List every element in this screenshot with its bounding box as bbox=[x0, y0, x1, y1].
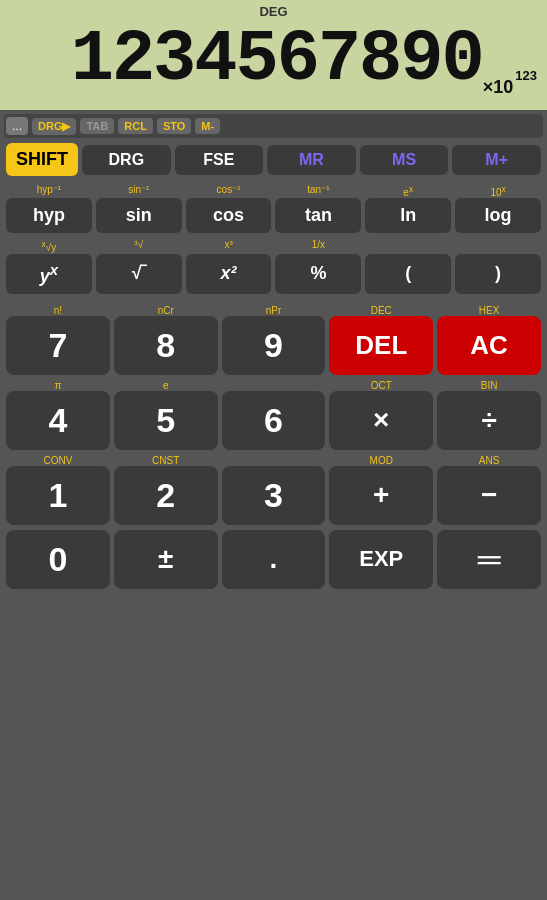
mod-label: MOD bbox=[329, 453, 433, 466]
del-button[interactable]: DEL bbox=[329, 316, 433, 375]
four-button[interactable]: 4 bbox=[6, 391, 110, 450]
shift-button[interactable]: SHIFT bbox=[6, 143, 78, 176]
trig-button-row: hyp sin cos tan ln log bbox=[4, 198, 543, 233]
hex-label: HEX bbox=[437, 303, 541, 316]
row1-label-row: n! nCr nPr DEC HEX bbox=[4, 302, 543, 316]
menu-button[interactable]: ... bbox=[6, 117, 28, 135]
plusminus-button[interactable]: ± bbox=[114, 530, 218, 589]
five-button[interactable]: 5 bbox=[114, 391, 218, 450]
cnst-label: CNST bbox=[114, 453, 218, 466]
row3-label-row: CONV CNST MOD ANS bbox=[4, 452, 543, 466]
xcubed-label: x³ bbox=[186, 237, 272, 253]
ac-button[interactable]: AC bbox=[437, 316, 541, 375]
open-paren-label bbox=[365, 237, 451, 253]
reciprocal-label: 1/x bbox=[275, 237, 361, 253]
close-paren-button[interactable]: ) bbox=[455, 254, 541, 294]
one-button[interactable]: 1 bbox=[6, 466, 110, 525]
tan-button[interactable]: tan bbox=[275, 198, 361, 233]
calculator-body: ... DRG▶ TAB RCL STO M- SHIFT DRG FSE MR… bbox=[0, 110, 547, 900]
cuberoot-label: ³√ bbox=[96, 237, 182, 253]
multiply-button[interactable]: × bbox=[329, 391, 433, 450]
cos-inv-label: cos⁻¹ bbox=[186, 182, 272, 198]
exp-power: 123 bbox=[515, 68, 537, 83]
minus-button[interactable]: − bbox=[437, 466, 541, 525]
exp-button[interactable]: EXP bbox=[329, 530, 433, 589]
fse-button[interactable]: FSE bbox=[175, 145, 264, 175]
pi-label: π bbox=[6, 378, 110, 391]
drg-mode-button[interactable]: DRG▶ bbox=[32, 118, 76, 135]
nine-button[interactable]: 9 bbox=[222, 316, 326, 375]
sin-button[interactable]: sin bbox=[96, 198, 182, 233]
numpad-row3: 1 2 3 + − bbox=[4, 466, 543, 525]
zero-button[interactable]: 0 bbox=[6, 530, 110, 589]
exp-notation: ×10 bbox=[483, 78, 514, 96]
n-fact-label: n! bbox=[6, 303, 110, 316]
three-button[interactable]: 3 bbox=[222, 466, 326, 525]
angle-mode-label: DEG bbox=[259, 4, 287, 19]
ex-label: ex bbox=[365, 182, 451, 198]
top-bar: ... DRG▶ TAB RCL STO M- bbox=[4, 114, 543, 138]
empty-label-2 bbox=[222, 453, 326, 466]
hyp-inv-label: hyp⁻¹ bbox=[6, 182, 92, 198]
empty-label-1 bbox=[222, 378, 326, 391]
six-button[interactable]: 6 bbox=[222, 391, 326, 450]
numpad-row2: 4 5 6 × ÷ bbox=[4, 391, 543, 450]
main-display-number: 1234567890 bbox=[71, 24, 483, 96]
close-paren-label bbox=[455, 237, 541, 253]
e-label: e bbox=[114, 378, 218, 391]
calculator-display: DEG 1234567890 ×10 123 bbox=[0, 0, 547, 110]
conv-label: CONV bbox=[6, 453, 110, 466]
m-minus-button[interactable]: M- bbox=[195, 118, 220, 134]
eight-button[interactable]: 8 bbox=[114, 316, 218, 375]
tan-inv-label: tan⁻¹ bbox=[275, 182, 361, 198]
mr-button[interactable]: MR bbox=[267, 145, 356, 175]
yx-button[interactable]: yx bbox=[6, 254, 92, 294]
numpad-row4: 0 ± . EXP ═ bbox=[4, 530, 543, 589]
log-button[interactable]: log bbox=[455, 198, 541, 233]
rcl-button[interactable]: RCL bbox=[118, 118, 153, 134]
percent-button[interactable]: % bbox=[275, 254, 361, 294]
cos-button[interactable]: cos bbox=[186, 198, 272, 233]
plus-button[interactable]: + bbox=[329, 466, 433, 525]
xsquared-button[interactable]: x² bbox=[186, 254, 272, 294]
bin-label: BIN bbox=[437, 378, 541, 391]
two-button[interactable]: 2 bbox=[114, 466, 218, 525]
divide-button[interactable]: ÷ bbox=[437, 391, 541, 450]
drg-button[interactable]: DRG bbox=[82, 145, 171, 175]
ms-button[interactable]: MS bbox=[360, 145, 449, 175]
open-paren-button[interactable]: ( bbox=[365, 254, 451, 294]
ncr-label: nCr bbox=[114, 303, 218, 316]
power-button-row: yx √‾ x² % ( ) bbox=[4, 254, 543, 294]
dec-label: DEC bbox=[329, 303, 433, 316]
trig-label-row: hyp⁻¹ sin⁻¹ cos⁻¹ tan⁻¹ ex 10x bbox=[4, 181, 543, 198]
tab-button[interactable]: TAB bbox=[80, 118, 114, 134]
sqrt-button[interactable]: √‾ bbox=[96, 254, 182, 294]
xrooty-label: x√y bbox=[6, 237, 92, 253]
npr-label: nPr bbox=[222, 303, 326, 316]
power-label-row: x√y ³√ x³ 1/x bbox=[4, 236, 543, 253]
oct-label: OCT bbox=[329, 378, 433, 391]
hyp-button[interactable]: hyp bbox=[6, 198, 92, 233]
ans-label: ANS bbox=[437, 453, 541, 466]
seven-button[interactable]: 7 bbox=[6, 316, 110, 375]
m-plus-button[interactable]: M+ bbox=[452, 145, 541, 175]
sin-inv-label: sin⁻¹ bbox=[96, 182, 182, 198]
shift-row: SHIFT DRG FSE MR MS M+ bbox=[4, 141, 543, 178]
row2-label-row: π e OCT BIN bbox=[4, 377, 543, 391]
ln-button[interactable]: ln bbox=[365, 198, 451, 233]
equals-button[interactable]: ═ bbox=[437, 530, 541, 589]
decimal-button[interactable]: . bbox=[222, 530, 326, 589]
10x-label: 10x bbox=[455, 182, 541, 198]
sto-button[interactable]: STO bbox=[157, 118, 191, 134]
numpad-row1: 7 8 9 DEL AC bbox=[4, 316, 543, 375]
